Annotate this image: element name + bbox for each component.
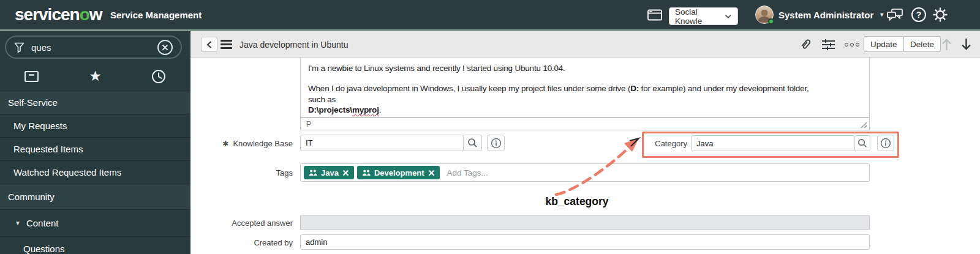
funnel-icon	[13, 41, 25, 53]
servicenow-logo[interactable]: servicenow	[15, 5, 102, 24]
tag-chip[interactable]: Development	[357, 166, 440, 179]
annotation-text: kb_category	[522, 195, 632, 208]
star-icon: ★	[89, 69, 102, 83]
navigator-filter[interactable]	[5, 35, 182, 59]
navigator-tabs: ★	[0, 62, 190, 91]
sidebar-item-watched-requested-items[interactable]: Watched Requested Items	[0, 160, 190, 184]
info-icon	[491, 138, 502, 149]
back-button[interactable]	[201, 37, 217, 52]
triangle-down-icon: ▼	[15, 220, 21, 226]
item-label: My Requests	[13, 121, 67, 131]
help-glyph: ?	[916, 10, 922, 20]
knowledge-base-lookup-button[interactable]	[463, 135, 482, 151]
caret-down-icon: ▼	[879, 12, 884, 18]
user-menu[interactable]: System Administrator ▼	[778, 0, 884, 29]
sidebar-section-self-service[interactable]: Self-Service	[0, 91, 190, 114]
gear-icon[interactable]	[932, 0, 949, 29]
form-context-menu-icon[interactable]	[221, 40, 232, 51]
question-paragraph-1: I'm a newbie to Linux systems and recent…	[308, 63, 862, 74]
personalize-form-icon[interactable]	[821, 31, 835, 58]
form-toolbar: Java development in Ubuntu Update Delete	[190, 31, 980, 58]
tag-chip-label: Development	[374, 168, 424, 177]
sidebar-item-my-requests[interactable]: My Requests	[0, 114, 190, 137]
tag-chip[interactable]: Java	[304, 166, 354, 179]
servicenow-window: servicenow Service Management Social Kno…	[0, 0, 980, 254]
item-label: Questions	[23, 244, 65, 254]
app-title: Service Management	[110, 0, 202, 29]
editor-path-bar: P	[300, 118, 870, 130]
previous-record-icon[interactable]	[941, 31, 952, 58]
navigator-sidebar: ★ Self-Service My Requests Requested Ite…	[0, 31, 190, 254]
tag-chip-label: Java	[321, 168, 339, 177]
search-icon	[467, 138, 478, 148]
shared-tag-icon	[362, 170, 371, 176]
item-label: Watched Requested Items	[13, 167, 121, 177]
delete-button[interactable]: Delete	[903, 36, 941, 52]
editor-element-path: P	[306, 120, 311, 129]
tab-history[interactable]	[127, 62, 190, 91]
tags-field[interactable]: Java Development Add Tags...	[300, 163, 870, 182]
application-picker-icon[interactable]	[647, 0, 663, 29]
tab-all-applications[interactable]	[0, 62, 64, 91]
resize-grip-icon[interactable]	[859, 121, 867, 129]
sidebar-item-content[interactable]: ▼Content	[0, 209, 190, 236]
logo-mark: o	[80, 5, 89, 24]
avatar[interactable]	[755, 6, 774, 24]
presence-dot	[768, 18, 774, 24]
user-name: System Administrator	[778, 10, 873, 20]
tab-favorites[interactable]: ★	[64, 62, 127, 91]
archive-box-icon	[24, 70, 39, 83]
sidebar-section-community[interactable]: Community	[0, 184, 190, 209]
filter-navigator-input[interactable]	[31, 42, 157, 53]
update-button[interactable]: Update	[864, 36, 904, 52]
more-options-icon[interactable]	[845, 31, 859, 58]
update-set-value: Social Knowle	[675, 7, 725, 26]
tags-label: Tags	[233, 168, 293, 177]
section-label: Self-Service	[8, 97, 58, 108]
sidebar-item-requested-items[interactable]: Requested Items	[0, 137, 190, 160]
connect-chat-icon[interactable]	[885, 0, 905, 29]
top-header: servicenow Service Management Social Kno…	[0, 0, 980, 29]
remove-tag-icon[interactable]	[342, 170, 349, 176]
question-paragraph-2: When I do java development in Windows, I…	[308, 83, 862, 116]
created-by-label: Created by	[202, 238, 293, 247]
category-label: Category	[648, 139, 687, 148]
section-label: Community	[8, 192, 55, 202]
clear-filter-icon[interactable]	[157, 39, 173, 56]
accepted-answer-input	[300, 215, 870, 230]
remove-tag-icon[interactable]	[428, 170, 435, 176]
help-icon[interactable]: ?	[911, 0, 927, 29]
logo-text: servicen	[15, 5, 80, 24]
shared-tag-icon	[309, 170, 317, 176]
clock-icon	[151, 69, 166, 84]
knowledge-base-input[interactable]	[300, 135, 464, 151]
category-lookup-button[interactable]	[854, 135, 870, 151]
category-info-button[interactable]	[877, 135, 894, 151]
created-by-input[interactable]	[300, 234, 870, 250]
chevron-down-icon	[725, 14, 732, 19]
knowledge-base-label: ✱Knowledge Base	[202, 139, 293, 148]
next-record-icon[interactable]	[960, 31, 972, 58]
mandatory-icon: ✱	[222, 140, 228, 148]
update-set-select[interactable]: Social Knowle	[669, 7, 738, 25]
sidebar-item-questions[interactable]: Questions	[0, 236, 190, 254]
search-icon	[858, 138, 867, 148]
accepted-answer-label: Accepted answer	[202, 219, 293, 228]
chevron-left-icon	[206, 40, 213, 49]
knowledge-base-info-button[interactable]	[487, 135, 505, 151]
category-input[interactable]	[691, 135, 855, 151]
attachment-icon[interactable]	[799, 31, 812, 58]
item-label: Requested Items	[13, 144, 83, 154]
record-title: Java development in Ubuntu	[239, 31, 348, 58]
navigator-menu: Self-Service My Requests Requested Items…	[0, 91, 190, 254]
logo-text-end: w	[89, 5, 102, 24]
question-body-editor[interactable]: I'm a newbie to Linux systems and recent…	[300, 58, 870, 118]
item-label: Content	[26, 218, 59, 228]
info-icon	[880, 138, 891, 149]
add-tags-placeholder[interactable]: Add Tags...	[447, 168, 488, 177]
